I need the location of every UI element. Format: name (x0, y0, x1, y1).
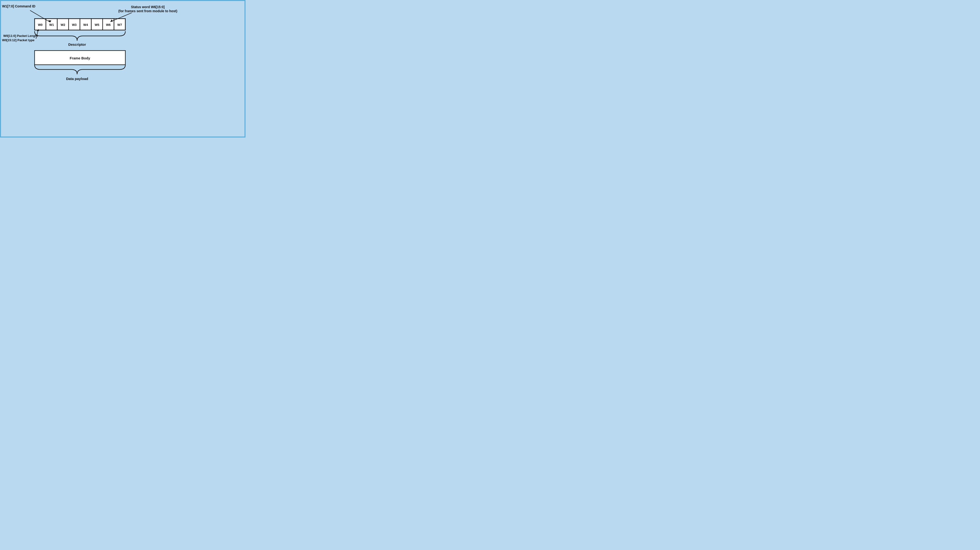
status-word-line2: (for frames sent from module to host) (118, 10, 177, 13)
word-w6: W6 (106, 23, 110, 27)
word-w1: W1 (49, 23, 54, 27)
packet-length-annotation: W0[11:0] Packet Lenght (3, 34, 38, 38)
packet-type-annotation: W0[15:12] Packet type (2, 38, 35, 42)
frame-body-label: Frame Body (70, 56, 91, 60)
word-w7: W7 (118, 23, 122, 27)
word-w0: W0 (38, 23, 43, 27)
word-w2: W2 (60, 23, 65, 27)
word-w3: W3 (72, 23, 76, 27)
word-w5: W5 (95, 23, 99, 27)
command-id-annotation: W1[7:0] Command ID (2, 5, 35, 8)
diagram-container: W0 W1 W2 W3 W4 W5 W6 W7 Descriptor (1, 1, 245, 136)
descriptor-label: Descriptor (68, 43, 86, 46)
word-w4: W4 (83, 23, 88, 27)
data-payload-label: Data payload (66, 77, 88, 81)
status-word-line1: Status word W6[15:0] (131, 5, 164, 9)
